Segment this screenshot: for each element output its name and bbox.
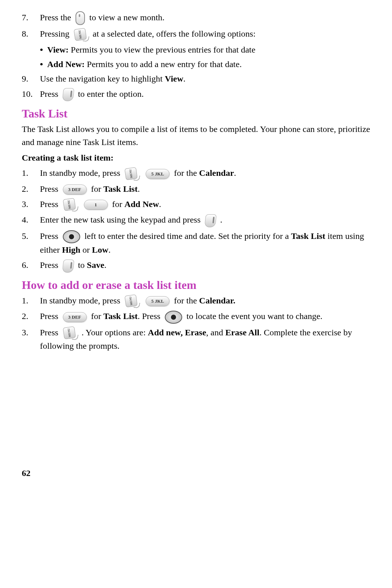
text: Press: [40, 231, 61, 241]
scroll-key-icon: [75, 11, 85, 25]
list-content: Press 3 DEF for Task List.: [40, 182, 370, 195]
list-number: 9.: [22, 72, 40, 85]
text: .: [159, 199, 161, 209]
section-title-add-erase: How to add or erase a task list item: [22, 278, 370, 292]
create-step-2: 2. Press 3 DEF for Task List.: [22, 182, 370, 195]
list-number: 4.: [22, 213, 40, 226]
creating-task-list: 1. In standby mode, press MENU 5 JKL for…: [22, 166, 370, 272]
text: . Your options are:: [82, 328, 148, 337]
text: for the: [174, 168, 199, 178]
text: In standby mode, press: [40, 168, 122, 178]
create-step-4: 4. Enter the new task using the keypad a…: [22, 213, 370, 227]
text: to locate the event you want to change.: [187, 311, 323, 321]
text: for: [91, 311, 103, 321]
text: . Press: [138, 311, 163, 321]
section-title-task-list: Task List: [22, 107, 370, 120]
text: left to enter the desired time and date.…: [85, 231, 291, 241]
list-content: Pressing MENU at a selected date, offers…: [40, 27, 370, 41]
bold-text: Task List: [103, 311, 138, 321]
top-ordered-list: 7. Press the to view a new month. 8. Pre…: [22, 11, 370, 101]
text: to view a new month.: [89, 13, 164, 22]
list-number: 6.: [22, 258, 40, 272]
text: for: [112, 199, 124, 209]
text: .: [138, 184, 140, 194]
task-list-intro: The Task List allows you to compile a li…: [22, 123, 370, 149]
menu-key-icon: MENU: [124, 295, 139, 307]
text: to: [78, 260, 87, 270]
bold-text: Low: [92, 245, 108, 254]
list-content: Press left to enter the desired time and…: [40, 229, 370, 256]
list-number: 3.: [22, 198, 40, 211]
list-content: In standby mode, press MENU 5 JKL for th…: [40, 166, 370, 180]
list-content: In standby mode, press MENU 5 JKL for th…: [40, 294, 370, 307]
text: Press: [40, 199, 61, 209]
menu-key-label: MENU: [128, 169, 134, 178]
menu-key-icon: MENU: [124, 168, 139, 180]
three-key-icon: 3 DEF: [63, 312, 87, 322]
list-number: 10.: [22, 87, 40, 100]
five-key-icon: 5 JKL: [146, 169, 170, 179]
list-item-9: 9. Use the navigation key to highlight V…: [22, 72, 370, 85]
bold-text: Task List: [291, 231, 326, 241]
bullet-dot: •: [40, 43, 47, 56]
bold-text: Add New: [124, 199, 159, 209]
sub-bullet-view: • View: Permits you to view the previous…: [22, 43, 370, 56]
bullet-content: View: Permits you to view the previous e…: [47, 43, 370, 56]
list-number: 2.: [22, 182, 40, 195]
text: Press: [40, 89, 61, 99]
bold-text: Calendar.: [199, 296, 236, 305]
text: Press: [40, 311, 61, 321]
menu-key-label: MENU: [66, 200, 72, 209]
navigation-disc-icon: [165, 311, 182, 324]
sub-bullet-add-new: • Add New: Permits you to add a new entr…: [22, 58, 370, 71]
list-content: Press the to view a new month.: [40, 11, 370, 25]
subhead-creating: Creating a task list item:: [22, 153, 370, 163]
list-content: Press 3 DEF for Task List. Press to loca…: [40, 310, 370, 323]
five-key-icon: 5 JKL: [146, 296, 170, 306]
ok-key-icon: [62, 88, 74, 101]
navigation-disc-icon: [63, 230, 80, 243]
text: .: [234, 168, 236, 178]
ok-key-icon: [204, 214, 217, 227]
text: or: [80, 245, 92, 254]
create-step-1: 1. In standby mode, press MENU 5 JKL for…: [22, 166, 370, 180]
bold-text: Save: [87, 260, 104, 270]
text: Use the navigation key to highlight: [40, 74, 165, 83]
create-step-6: 6. Press to Save.: [22, 258, 370, 272]
bullet-label: Add New:: [47, 59, 85, 69]
bullet-text: Permits you to add a new entry for that …: [85, 59, 242, 69]
list-item-10: 10. Press to enter the option.: [22, 87, 370, 101]
text: Press: [40, 328, 61, 337]
text: Press the: [40, 13, 73, 22]
text: .: [183, 74, 185, 83]
text: to enter the option.: [78, 89, 144, 99]
text: Pressing: [40, 29, 72, 38]
one-key-icon: 1: [84, 200, 108, 210]
list-number: 8.: [22, 27, 40, 40]
list-number: 3.: [22, 326, 40, 339]
text: , and: [206, 328, 225, 337]
three-key-icon: 3 DEF: [63, 185, 87, 195]
text: Press: [40, 260, 61, 270]
text: .: [104, 260, 106, 270]
add-erase-list: 1. In standby mode, press MENU 5 JKL for…: [22, 294, 370, 352]
bold-text: Task List: [103, 184, 138, 194]
add-erase-step-2: 2. Press 3 DEF for Task List. Press to l…: [22, 310, 370, 323]
bold-text: Add new, Erase: [148, 328, 206, 337]
text: Enter the new task using the keypad and …: [40, 215, 203, 224]
menu-key-label: MENU: [66, 328, 72, 338]
list-content: Press MENU 1 for Add New.: [40, 198, 370, 211]
add-erase-step-3: 3. Press MENU . Your options are: Add ne…: [22, 326, 370, 352]
list-number: 1.: [22, 166, 40, 179]
create-step-5: 5. Press left to enter the desired time …: [22, 229, 370, 256]
list-content: Press to enter the option.: [40, 87, 370, 101]
list-number: 5.: [22, 229, 40, 243]
bold-text: View: [165, 74, 183, 83]
list-number: 7.: [22, 11, 40, 24]
list-number: 1.: [22, 294, 40, 307]
list-item-8: 8. Pressing MENU at a selected date, off…: [22, 27, 370, 41]
text: In standby mode, press: [40, 296, 122, 305]
list-content: Press MENU . Your options are: Add new, …: [40, 326, 370, 352]
list-content: Press to Save.: [40, 258, 370, 272]
menu-key-label: MENU: [128, 296, 134, 306]
